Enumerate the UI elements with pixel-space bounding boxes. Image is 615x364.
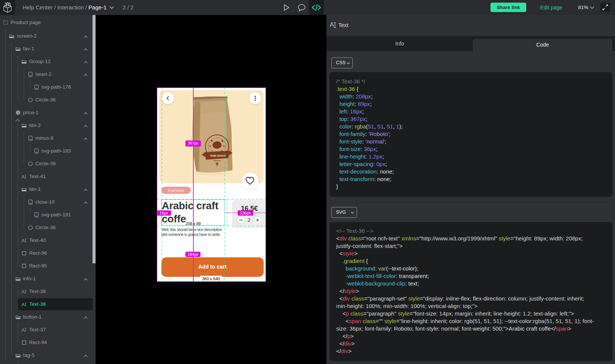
svg-text:A: A [21, 302, 25, 307]
svg-text:A: A [21, 174, 25, 179]
svg-text:A: A [21, 327, 25, 332]
svg-text:A: A [21, 289, 25, 294]
svg-text:A: A [21, 238, 25, 243]
